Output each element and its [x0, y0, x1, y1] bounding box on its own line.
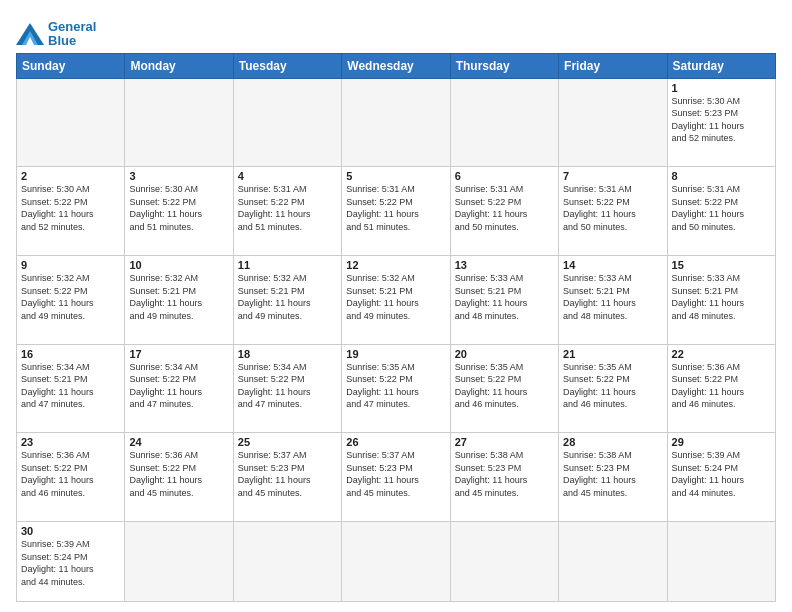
- calendar-week-row: 30Sunrise: 5:39 AM Sunset: 5:24 PM Dayli…: [17, 521, 776, 601]
- calendar-cell: 5Sunrise: 5:31 AM Sunset: 5:22 PM Daylig…: [342, 167, 450, 256]
- calendar-cell: [667, 521, 775, 601]
- calendar-cell: 1Sunrise: 5:30 AM Sunset: 5:23 PM Daylig…: [667, 78, 775, 167]
- calendar-table: SundayMondayTuesdayWednesdayThursdayFrid…: [16, 53, 776, 602]
- day-info: Sunrise: 5:35 AM Sunset: 5:22 PM Dayligh…: [346, 361, 445, 411]
- day-number: 21: [563, 348, 662, 360]
- calendar-cell: [233, 521, 341, 601]
- day-number: 13: [455, 259, 554, 271]
- day-info: Sunrise: 5:32 AM Sunset: 5:21 PM Dayligh…: [129, 272, 228, 322]
- day-number: 1: [672, 82, 771, 94]
- day-info: Sunrise: 5:36 AM Sunset: 5:22 PM Dayligh…: [672, 361, 771, 411]
- day-number: 12: [346, 259, 445, 271]
- calendar-cell: 30Sunrise: 5:39 AM Sunset: 5:24 PM Dayli…: [17, 521, 125, 601]
- day-info: Sunrise: 5:30 AM Sunset: 5:22 PM Dayligh…: [129, 183, 228, 233]
- calendar-cell: 10Sunrise: 5:32 AM Sunset: 5:21 PM Dayli…: [125, 255, 233, 344]
- weekday-header-saturday: Saturday: [667, 53, 775, 78]
- calendar-cell: 21Sunrise: 5:35 AM Sunset: 5:22 PM Dayli…: [559, 344, 667, 433]
- day-info: Sunrise: 5:31 AM Sunset: 5:22 PM Dayligh…: [455, 183, 554, 233]
- day-number: 20: [455, 348, 554, 360]
- calendar-week-row: 16Sunrise: 5:34 AM Sunset: 5:21 PM Dayli…: [17, 344, 776, 433]
- day-info: Sunrise: 5:39 AM Sunset: 5:24 PM Dayligh…: [672, 449, 771, 499]
- day-number: 17: [129, 348, 228, 360]
- calendar-cell: [125, 78, 233, 167]
- calendar-cell: 8Sunrise: 5:31 AM Sunset: 5:22 PM Daylig…: [667, 167, 775, 256]
- calendar-cell: 26Sunrise: 5:37 AM Sunset: 5:23 PM Dayli…: [342, 433, 450, 522]
- day-number: 22: [672, 348, 771, 360]
- day-number: 23: [21, 436, 120, 448]
- calendar-cell: 2Sunrise: 5:30 AM Sunset: 5:22 PM Daylig…: [17, 167, 125, 256]
- day-info: Sunrise: 5:33 AM Sunset: 5:21 PM Dayligh…: [455, 272, 554, 322]
- day-info: Sunrise: 5:30 AM Sunset: 5:23 PM Dayligh…: [672, 95, 771, 145]
- day-info: Sunrise: 5:31 AM Sunset: 5:22 PM Dayligh…: [563, 183, 662, 233]
- day-info: Sunrise: 5:34 AM Sunset: 5:22 PM Dayligh…: [238, 361, 337, 411]
- day-info: Sunrise: 5:33 AM Sunset: 5:21 PM Dayligh…: [672, 272, 771, 322]
- day-info: Sunrise: 5:33 AM Sunset: 5:21 PM Dayligh…: [563, 272, 662, 322]
- calendar-cell: 11Sunrise: 5:32 AM Sunset: 5:21 PM Dayli…: [233, 255, 341, 344]
- calendar-cell: [559, 521, 667, 601]
- calendar-cell: 18Sunrise: 5:34 AM Sunset: 5:22 PM Dayli…: [233, 344, 341, 433]
- calendar-cell: 27Sunrise: 5:38 AM Sunset: 5:23 PM Dayli…: [450, 433, 558, 522]
- day-number: 9: [21, 259, 120, 271]
- calendar-cell: 12Sunrise: 5:32 AM Sunset: 5:21 PM Dayli…: [342, 255, 450, 344]
- calendar-cell: [450, 521, 558, 601]
- day-info: Sunrise: 5:38 AM Sunset: 5:23 PM Dayligh…: [455, 449, 554, 499]
- day-info: Sunrise: 5:37 AM Sunset: 5:23 PM Dayligh…: [238, 449, 337, 499]
- day-number: 2: [21, 170, 120, 182]
- day-info: Sunrise: 5:31 AM Sunset: 5:22 PM Dayligh…: [346, 183, 445, 233]
- day-number: 15: [672, 259, 771, 271]
- day-info: Sunrise: 5:32 AM Sunset: 5:22 PM Dayligh…: [21, 272, 120, 322]
- calendar-cell: [450, 78, 558, 167]
- calendar-header-row: SundayMondayTuesdayWednesdayThursdayFrid…: [17, 53, 776, 78]
- calendar-cell: 20Sunrise: 5:35 AM Sunset: 5:22 PM Dayli…: [450, 344, 558, 433]
- day-info: Sunrise: 5:30 AM Sunset: 5:22 PM Dayligh…: [21, 183, 120, 233]
- weekday-header-tuesday: Tuesday: [233, 53, 341, 78]
- day-number: 18: [238, 348, 337, 360]
- page: General Blue SundayMondayTuesdayWednesda…: [0, 0, 792, 612]
- day-info: Sunrise: 5:36 AM Sunset: 5:22 PM Dayligh…: [129, 449, 228, 499]
- logo-text: General Blue: [48, 20, 96, 49]
- day-info: Sunrise: 5:31 AM Sunset: 5:22 PM Dayligh…: [238, 183, 337, 233]
- weekday-header-thursday: Thursday: [450, 53, 558, 78]
- calendar-cell: 23Sunrise: 5:36 AM Sunset: 5:22 PM Dayli…: [17, 433, 125, 522]
- weekday-header-friday: Friday: [559, 53, 667, 78]
- day-number: 19: [346, 348, 445, 360]
- calendar-cell: 16Sunrise: 5:34 AM Sunset: 5:21 PM Dayli…: [17, 344, 125, 433]
- calendar-cell: [342, 521, 450, 601]
- calendar-cell: 22Sunrise: 5:36 AM Sunset: 5:22 PM Dayli…: [667, 344, 775, 433]
- calendar-cell: 3Sunrise: 5:30 AM Sunset: 5:22 PM Daylig…: [125, 167, 233, 256]
- calendar-cell: 29Sunrise: 5:39 AM Sunset: 5:24 PM Dayli…: [667, 433, 775, 522]
- day-info: Sunrise: 5:31 AM Sunset: 5:22 PM Dayligh…: [672, 183, 771, 233]
- day-info: Sunrise: 5:32 AM Sunset: 5:21 PM Dayligh…: [346, 272, 445, 322]
- header: General Blue: [16, 16, 776, 49]
- day-info: Sunrise: 5:35 AM Sunset: 5:22 PM Dayligh…: [455, 361, 554, 411]
- day-number: 26: [346, 436, 445, 448]
- day-number: 27: [455, 436, 554, 448]
- day-number: 30: [21, 525, 120, 537]
- calendar-cell: 13Sunrise: 5:33 AM Sunset: 5:21 PM Dayli…: [450, 255, 558, 344]
- weekday-header-sunday: Sunday: [17, 53, 125, 78]
- calendar-cell: 6Sunrise: 5:31 AM Sunset: 5:22 PM Daylig…: [450, 167, 558, 256]
- day-number: 6: [455, 170, 554, 182]
- calendar-cell: 15Sunrise: 5:33 AM Sunset: 5:21 PM Dayli…: [667, 255, 775, 344]
- day-number: 28: [563, 436, 662, 448]
- day-number: 4: [238, 170, 337, 182]
- calendar-cell: 7Sunrise: 5:31 AM Sunset: 5:22 PM Daylig…: [559, 167, 667, 256]
- day-number: 3: [129, 170, 228, 182]
- calendar-cell: 19Sunrise: 5:35 AM Sunset: 5:22 PM Dayli…: [342, 344, 450, 433]
- day-number: 7: [563, 170, 662, 182]
- day-number: 29: [672, 436, 771, 448]
- day-info: Sunrise: 5:34 AM Sunset: 5:22 PM Dayligh…: [129, 361, 228, 411]
- day-number: 8: [672, 170, 771, 182]
- day-number: 24: [129, 436, 228, 448]
- logo: General Blue: [16, 20, 96, 49]
- calendar-cell: 14Sunrise: 5:33 AM Sunset: 5:21 PM Dayli…: [559, 255, 667, 344]
- day-number: 11: [238, 259, 337, 271]
- day-info: Sunrise: 5:38 AM Sunset: 5:23 PM Dayligh…: [563, 449, 662, 499]
- day-info: Sunrise: 5:35 AM Sunset: 5:22 PM Dayligh…: [563, 361, 662, 411]
- calendar-week-row: 9Sunrise: 5:32 AM Sunset: 5:22 PM Daylig…: [17, 255, 776, 344]
- day-number: 16: [21, 348, 120, 360]
- day-info: Sunrise: 5:32 AM Sunset: 5:21 PM Dayligh…: [238, 272, 337, 322]
- calendar-cell: 24Sunrise: 5:36 AM Sunset: 5:22 PM Dayli…: [125, 433, 233, 522]
- day-info: Sunrise: 5:37 AM Sunset: 5:23 PM Dayligh…: [346, 449, 445, 499]
- calendar-cell: [559, 78, 667, 167]
